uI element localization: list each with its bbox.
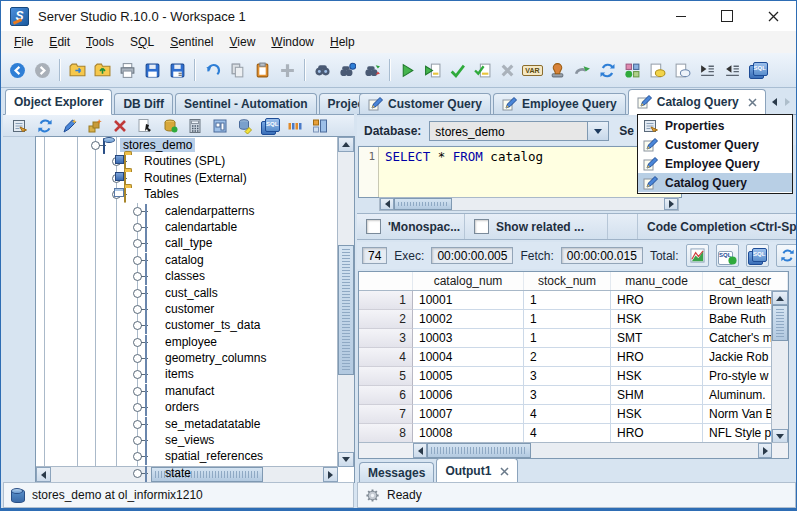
menu-item-employee-query[interactable]: Employee Query — [638, 154, 792, 173]
scroll-up-button[interactable] — [772, 291, 788, 305]
execute-routine-button[interactable] — [135, 116, 155, 135]
tab-object-explorer[interactable]: Object Explorer — [5, 89, 112, 115]
menu-help[interactable]: Help — [322, 32, 363, 52]
scroll-down-button[interactable] — [772, 429, 788, 443]
expand-handle[interactable] — [133, 469, 142, 478]
find-object-button[interactable] — [335, 57, 360, 83]
paste-button[interactable] — [250, 57, 275, 83]
cut-button[interactable] — [275, 57, 300, 83]
scrollbar-thumb[interactable] — [394, 198, 452, 210]
table-row[interactable]: 5100053HSKPro-style w — [359, 367, 788, 386]
tree-node-table[interactable]: catalog — [36, 252, 354, 268]
expand-handle[interactable] — [133, 321, 142, 330]
menu-edit[interactable]: Edit — [41, 32, 78, 52]
expand-handle[interactable] — [133, 338, 142, 347]
tab-output1[interactable]: Output1 — [436, 458, 518, 484]
column-header-catalog-num[interactable]: catalog_num — [413, 272, 524, 290]
menu-item-properties[interactable]: Properties — [638, 116, 792, 135]
validate-button[interactable] — [445, 57, 470, 83]
column-header-manu-code[interactable]: manu_code — [611, 272, 703, 290]
run-script-button[interactable] — [420, 57, 445, 83]
combo-dropdown-button[interactable] — [587, 122, 608, 140]
find-button[interactable] — [310, 57, 335, 83]
print-button[interactable] — [115, 57, 140, 83]
sql-editor[interactable]: 1 SELECT * FROM catalog — [358, 146, 682, 198]
expand-handle[interactable] — [133, 452, 142, 461]
save-to-folder-button[interactable] — [90, 57, 115, 83]
expand-handle[interactable] — [133, 272, 142, 281]
tab-catalog-query[interactable]: Catalog Query — [628, 89, 766, 115]
layout-button[interactable] — [310, 116, 330, 135]
sql-stats-button[interactable]: SQL — [716, 244, 739, 267]
table-row[interactable]: 7100074HSKNorm Van B — [359, 405, 788, 424]
tree-node-table[interactable]: orders — [36, 399, 354, 415]
new-query-button[interactable] — [60, 116, 80, 135]
tab-sentinel-automation[interactable]: Sentinel - Automation — [175, 93, 317, 114]
wizard-button[interactable] — [620, 57, 645, 83]
grid-horizontal-scrollbar[interactable] — [359, 442, 788, 458]
expand-handle[interactable] — [133, 387, 142, 396]
column-header-stock-num[interactable]: stock_num — [524, 272, 611, 290]
minimize-button[interactable] — [658, 1, 704, 31]
tree-node-routines-spl[interactable]: Routines (SPL) — [36, 153, 354, 169]
scroll-left-button[interactable] — [380, 198, 394, 210]
rollback-button[interactable] — [570, 57, 595, 83]
tree-node-table[interactable]: manufact — [36, 383, 354, 399]
chart-button[interactable] — [686, 244, 709, 267]
create-object-button[interactable] — [85, 116, 105, 135]
forward-button[interactable] — [30, 57, 55, 83]
sql-code[interactable]: SELECT * FROM catalog — [379, 147, 543, 197]
db-status-button[interactable] — [160, 116, 180, 135]
indent-button[interactable] — [695, 57, 720, 83]
tree-vertical-scrollbar[interactable] — [337, 137, 354, 467]
copy-button[interactable] — [225, 57, 250, 83]
refresh-button[interactable] — [595, 57, 620, 83]
tab-customer-query[interactable]: Customer Query — [359, 93, 491, 114]
editor-horizontal-scrollbar[interactable] — [379, 197, 679, 211]
tree-node-table[interactable]: se_views — [36, 432, 354, 448]
tree-node-table[interactable]: classes — [36, 268, 354, 284]
view-windows-button[interactable] — [210, 116, 230, 135]
tree-node-table[interactable]: call_type — [36, 235, 354, 251]
close-tab-button[interactable] — [500, 467, 509, 476]
tree-node-table[interactable]: spatial_references — [36, 448, 354, 464]
expand-handle[interactable] — [133, 223, 142, 232]
expand-handle[interactable] — [133, 354, 142, 363]
run-button[interactable] — [395, 57, 420, 83]
scroll-up-button[interactable] — [338, 137, 354, 152]
scroll-right-button[interactable] — [758, 443, 772, 458]
commit-button[interactable] — [545, 57, 570, 83]
database-combo[interactable]: stores_demo — [429, 121, 609, 141]
scrollbar-thumb[interactable] — [338, 245, 354, 375]
menu-sql[interactable]: SQL — [122, 32, 162, 52]
tab-db-diff[interactable]: DB Diff — [114, 93, 173, 114]
validate-script-button[interactable] — [470, 57, 495, 83]
table-row[interactable]: 1100011HROBrown leath — [359, 291, 788, 310]
close-button[interactable] — [750, 1, 796, 31]
refresh-tree-button[interactable] — [35, 116, 55, 135]
checkbox[interactable] — [366, 219, 381, 234]
scroll-down-button[interactable] — [338, 452, 354, 467]
expand-handle[interactable] — [133, 239, 142, 248]
show-related-option[interactable]: Show related ... — [465, 214, 608, 239]
scroll-tabs-left-button[interactable] — [768, 98, 777, 106]
scroll-right-button[interactable] — [323, 467, 338, 482]
scroll-tabs-right-button[interactable] — [785, 98, 794, 106]
table-row[interactable]: 3100031SMTCatcher's m — [359, 329, 788, 348]
back-button[interactable] — [5, 57, 30, 83]
menu-view[interactable]: View — [222, 32, 264, 52]
tree-node-table[interactable]: geometry_columns — [36, 350, 354, 366]
tab-messages[interactable]: Messages — [359, 462, 434, 483]
menu-item-catalog-query[interactable]: Catalog Query — [638, 173, 792, 192]
expand-handle[interactable] — [133, 289, 142, 298]
expand-handle[interactable] — [133, 305, 142, 314]
menu-item-customer-query[interactable]: Customer Query — [638, 135, 792, 154]
column-header-cat-descr[interactable]: cat_descr — [703, 272, 788, 290]
sql-editor-button[interactable]: SQL — [745, 57, 770, 83]
maximize-button[interactable] — [704, 1, 750, 31]
calculator-button[interactable] — [185, 116, 205, 135]
outdent-button[interactable] — [720, 57, 745, 83]
table-row[interactable]: 2100021HSKBabe Ruth — [359, 310, 788, 329]
variables-button[interactable]: VAR — [520, 57, 545, 83]
expand-handle[interactable] — [133, 403, 142, 412]
